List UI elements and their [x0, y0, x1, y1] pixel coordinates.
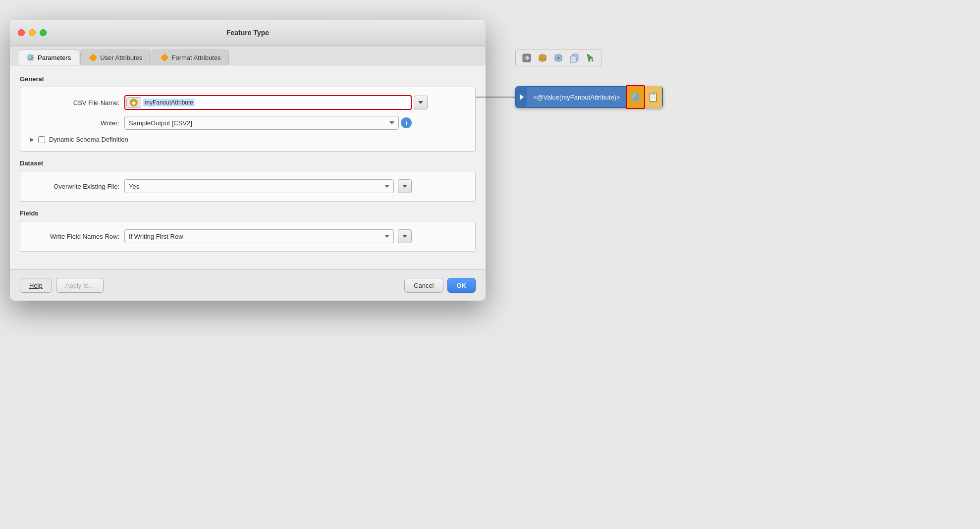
fanout-text-value: myFanoutAttribute: [143, 99, 195, 106]
chevron-down-icon-3: [402, 235, 407, 238]
write-field-names-dropdown-btn[interactable]: [398, 229, 412, 243]
overwrite-label: Overwrite Existing File:: [30, 183, 119, 190]
csv-filename-row: CSV File Name: ◆ myFanoutAttribute: [30, 95, 465, 110]
toolbar-database-btn[interactable]: [536, 52, 549, 64]
title-bar-buttons: [18, 29, 47, 36]
csv-filename-input[interactable]: [195, 98, 410, 108]
fields-section-box: Write Field Names Row: If Writing First …: [20, 221, 476, 252]
writer-select[interactable]: SampleOutput [CSV2]: [124, 116, 399, 130]
parameters-tab-icon: ⚙️: [26, 53, 35, 61]
copy-icon: [569, 53, 579, 63]
node-gear-button[interactable]: ⚙️: [626, 86, 644, 108]
maximize-button[interactable]: [40, 29, 47, 36]
dialog-content: General CSV File Name: ◆ myFanoutAttribu…: [10, 65, 486, 269]
format-attributes-tab-icon: 🔶: [160, 53, 168, 61]
overwrite-select[interactable]: Yes No: [124, 179, 394, 193]
csv-filename-label: CSV File Name:: [30, 99, 119, 106]
general-section-label: General: [20, 75, 476, 83]
chevron-down-icon-2: [402, 185, 407, 188]
help-button[interactable]: Help: [20, 278, 52, 293]
write-field-names-select[interactable]: If Writing First Row Always Never: [124, 229, 394, 243]
dialog-window: Feature Type ⚙️ Parameters 🔶 User Attrib…: [10, 20, 486, 301]
writer-info-button[interactable]: i: [401, 117, 412, 128]
writer-row: Writer: SampleOutput [CSV2] i: [30, 116, 465, 130]
overwrite-dropdown-btn[interactable]: [398, 179, 412, 193]
fields-section-label: Fields: [20, 210, 476, 217]
fme-node[interactable]: <@Value(myFanoutAttribute)> ⚙️ 📋: [515, 86, 663, 108]
toolbar-import-btn[interactable]: [520, 52, 534, 64]
writer-select-wrapper: SampleOutput [CSV2] i: [124, 116, 412, 130]
svg-text:+: +: [591, 57, 594, 63]
user-attributes-tab-label: User Attributes: [100, 54, 142, 61]
title-bar: Feature Type: [10, 20, 486, 46]
csv-filename-dropdown-btn[interactable]: [414, 96, 428, 109]
fme-node-container: <@Value(myFanoutAttribute)> ⚙️ 📋: [515, 86, 663, 108]
overwrite-row: Overwrite Existing File: Yes No: [30, 179, 465, 193]
table-icon: 📋: [648, 92, 658, 103]
ok-button[interactable]: OK: [447, 278, 476, 293]
fanout-badge: ◆: [126, 97, 141, 108]
dynamic-schema-checkbox[interactable]: [38, 136, 45, 143]
node-table-button[interactable]: 📋: [644, 86, 662, 108]
tab-parameters[interactable]: ⚙️ Parameters: [18, 50, 79, 65]
minimize-button[interactable]: [29, 29, 36, 36]
writer-label: Writer:: [30, 119, 119, 127]
tab-format-attributes[interactable]: 🔶 Format Attributes: [152, 50, 229, 65]
dynamic-schema-label: Dynamic Schema Definition: [49, 136, 128, 143]
dataset-section-box: Overwrite Existing File: Yes No: [20, 171, 476, 202]
footer-right: Cancel OK: [404, 278, 476, 293]
close-button[interactable]: [18, 29, 25, 36]
settings-icon: [553, 53, 563, 63]
gear-icon: ⚙️: [630, 92, 641, 103]
window-title: Feature Type: [226, 29, 269, 37]
import-icon: [522, 53, 532, 63]
database-icon: [538, 53, 547, 63]
canvas-area: + <@Value(myFanoutAttribute)> ⚙️ 📋: [515, 50, 663, 108]
connection-line: [476, 97, 515, 98]
tab-bar: ⚙️ Parameters 🔶 User Attributes 🔶 Format…: [10, 46, 486, 65]
overwrite-select-wrapper: Yes No: [124, 179, 412, 193]
toolbar-cursor-plus-btn[interactable]: +: [583, 52, 597, 64]
toolbar-settings-btn[interactable]: [551, 52, 565, 64]
expand-arrow-icon[interactable]: ▶: [30, 137, 34, 142]
apply-to-button: Apply to...: [56, 278, 104, 293]
footer-left: Help Apply to...: [20, 278, 104, 293]
svg-rect-5: [570, 56, 576, 63]
dialog-footer: Help Apply to... Cancel OK: [10, 269, 486, 301]
canvas-toolbar: +: [515, 50, 601, 66]
node-label: <@Value(myFanoutAttribute)>: [527, 94, 626, 101]
csv-filename-wrapper: ◆ myFanoutAttribute: [124, 95, 412, 110]
chevron-down-icon: [418, 101, 423, 104]
page-wrapper: Feature Type ⚙️ Parameters 🔶 User Attrib…: [10, 20, 663, 301]
svg-point-3: [557, 57, 559, 59]
dynamic-schema-row: ▶ Dynamic Schema Definition: [30, 136, 465, 143]
node-left-port: [516, 86, 527, 108]
tab-user-attributes[interactable]: 🔶 User Attributes: [80, 50, 151, 65]
parameters-tab-label: Parameters: [38, 54, 71, 61]
user-attributes-tab-icon: 🔶: [89, 53, 97, 61]
cancel-button[interactable]: Cancel: [404, 278, 443, 293]
general-section-box: CSV File Name: ◆ myFanoutAttribute: [20, 87, 476, 152]
dataset-section-label: Dataset: [20, 159, 476, 167]
cursor-plus-icon: +: [585, 53, 595, 63]
write-field-names-select-wrapper: If Writing First Row Always Never: [124, 229, 412, 243]
node-port-triangle-icon: [520, 94, 524, 100]
fanout-icon: ◆: [130, 99, 138, 106]
format-attributes-tab-label: Format Attributes: [171, 54, 220, 61]
toolbar-copy-btn[interactable]: [567, 52, 581, 64]
write-field-names-label: Write Field Names Row:: [30, 233, 119, 240]
write-field-names-row: Write Field Names Row: If Writing First …: [30, 229, 465, 243]
